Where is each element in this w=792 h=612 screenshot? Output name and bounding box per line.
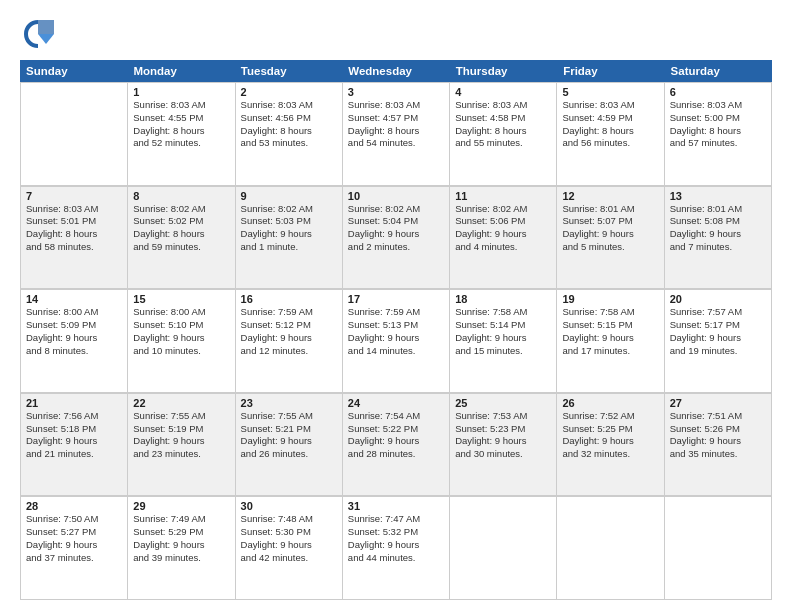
cell-info-line: Daylight: 8 hours (348, 125, 444, 138)
cell-info-line: and 59 minutes. (133, 241, 229, 254)
day-number: 2 (241, 86, 337, 98)
calendar-cell: 17Sunrise: 7:59 AMSunset: 5:13 PMDayligh… (343, 290, 450, 393)
header (20, 16, 772, 52)
calendar-cell: 21Sunrise: 7:56 AMSunset: 5:18 PMDayligh… (21, 394, 128, 497)
cell-info-line: and 52 minutes. (133, 137, 229, 150)
cell-info-line: Sunset: 4:57 PM (348, 112, 444, 125)
cell-info-line: and 4 minutes. (455, 241, 551, 254)
day-number: 19 (562, 293, 658, 305)
cell-info-line: Daylight: 9 hours (348, 332, 444, 345)
cell-info-line: Daylight: 9 hours (133, 539, 229, 552)
calendar-header-cell: Thursday (450, 60, 557, 82)
calendar-cell: 18Sunrise: 7:58 AMSunset: 5:14 PMDayligh… (450, 290, 557, 393)
cell-info-line: Daylight: 9 hours (670, 228, 766, 241)
cell-info-line: and 32 minutes. (562, 448, 658, 461)
cell-info-line: and 1 minute. (241, 241, 337, 254)
cell-info-line: and 5 minutes. (562, 241, 658, 254)
cell-info-line: Daylight: 9 hours (455, 332, 551, 345)
cell-info-line: Sunrise: 8:00 AM (26, 306, 122, 319)
calendar-cell: 26Sunrise: 7:52 AMSunset: 5:25 PMDayligh… (557, 394, 664, 497)
calendar-cell: 10Sunrise: 8:02 AMSunset: 5:04 PMDayligh… (343, 187, 450, 290)
cell-info-line: Sunset: 5:02 PM (133, 215, 229, 228)
day-number: 12 (562, 190, 658, 202)
cell-info-line: and 15 minutes. (455, 345, 551, 358)
cell-info-line: Sunrise: 7:56 AM (26, 410, 122, 423)
cell-info-line: Sunset: 5:15 PM (562, 319, 658, 332)
cell-info-line: Sunset: 4:56 PM (241, 112, 337, 125)
cell-info-line: Sunrise: 8:02 AM (348, 203, 444, 216)
cell-info-line: Daylight: 9 hours (670, 332, 766, 345)
cell-info-line: Sunrise: 7:59 AM (241, 306, 337, 319)
cell-info-line: and 56 minutes. (562, 137, 658, 150)
day-number: 29 (133, 500, 229, 512)
cell-info-line: Sunrise: 8:02 AM (241, 203, 337, 216)
cell-info-line: Daylight: 8 hours (241, 125, 337, 138)
cell-info-line: Sunset: 5:23 PM (455, 423, 551, 436)
cell-info-line: and 14 minutes. (348, 345, 444, 358)
cell-info-line: and 10 minutes. (133, 345, 229, 358)
day-number: 4 (455, 86, 551, 98)
day-number: 30 (241, 500, 337, 512)
calendar-cell: 29Sunrise: 7:49 AMSunset: 5:29 PMDayligh… (128, 497, 235, 600)
cell-info-line: and 57 minutes. (670, 137, 766, 150)
calendar-cell: 5Sunrise: 8:03 AMSunset: 4:59 PMDaylight… (557, 83, 664, 186)
cell-info-line: and 21 minutes. (26, 448, 122, 461)
day-number: 14 (26, 293, 122, 305)
calendar-cell: 12Sunrise: 8:01 AMSunset: 5:07 PMDayligh… (557, 187, 664, 290)
cell-info-line: and 54 minutes. (348, 137, 444, 150)
cell-info-line: Sunset: 5:25 PM (562, 423, 658, 436)
calendar-cell: 23Sunrise: 7:55 AMSunset: 5:21 PMDayligh… (236, 394, 343, 497)
day-number: 24 (348, 397, 444, 409)
cell-info-line: Daylight: 9 hours (562, 435, 658, 448)
cell-info-line: and 8 minutes. (26, 345, 122, 358)
cell-info-line: and 53 minutes. (241, 137, 337, 150)
cell-info-line: Sunset: 5:29 PM (133, 526, 229, 539)
cell-info-line: Sunset: 5:06 PM (455, 215, 551, 228)
day-number: 9 (241, 190, 337, 202)
day-number: 18 (455, 293, 551, 305)
calendar-cell: 14Sunrise: 8:00 AMSunset: 5:09 PMDayligh… (21, 290, 128, 393)
calendar-cell: 13Sunrise: 8:01 AMSunset: 5:08 PMDayligh… (665, 187, 772, 290)
cell-info-line: and 17 minutes. (562, 345, 658, 358)
cell-info-line: Sunset: 5:04 PM (348, 215, 444, 228)
cell-info-line: Daylight: 9 hours (348, 435, 444, 448)
cell-info-line: Sunrise: 8:03 AM (26, 203, 122, 216)
day-number: 20 (670, 293, 766, 305)
calendar-cell: 31Sunrise: 7:47 AMSunset: 5:32 PMDayligh… (343, 497, 450, 600)
calendar-header-cell: Wednesday (342, 60, 449, 82)
day-number: 1 (133, 86, 229, 98)
cell-info-line: Daylight: 9 hours (241, 228, 337, 241)
cell-info-line: Sunset: 4:58 PM (455, 112, 551, 125)
cell-info-line: Sunset: 5:22 PM (348, 423, 444, 436)
cell-info-line: Sunrise: 8:03 AM (562, 99, 658, 112)
cell-info-line: Sunrise: 8:01 AM (670, 203, 766, 216)
cell-info-line: Sunrise: 7:47 AM (348, 513, 444, 526)
calendar-cell (450, 497, 557, 600)
calendar-cell: 25Sunrise: 7:53 AMSunset: 5:23 PMDayligh… (450, 394, 557, 497)
cell-info-line: Sunset: 5:27 PM (26, 526, 122, 539)
cell-info-line: Sunrise: 8:00 AM (133, 306, 229, 319)
calendar-cell: 8Sunrise: 8:02 AMSunset: 5:02 PMDaylight… (128, 187, 235, 290)
logo (20, 16, 62, 52)
cell-info-line: Sunset: 5:03 PM (241, 215, 337, 228)
cell-info-line: Sunset: 5:30 PM (241, 526, 337, 539)
calendar-cell: 24Sunrise: 7:54 AMSunset: 5:22 PMDayligh… (343, 394, 450, 497)
calendar-cell: 30Sunrise: 7:48 AMSunset: 5:30 PMDayligh… (236, 497, 343, 600)
cell-info-line: Daylight: 9 hours (133, 435, 229, 448)
cell-info-line: Sunrise: 7:58 AM (562, 306, 658, 319)
cell-info-line: Daylight: 8 hours (670, 125, 766, 138)
calendar-cell: 6Sunrise: 8:03 AMSunset: 5:00 PMDaylight… (665, 83, 772, 186)
cell-info-line: and 23 minutes. (133, 448, 229, 461)
calendar-body: 1Sunrise: 8:03 AMSunset: 4:55 PMDaylight… (20, 82, 772, 600)
cell-info-line: and 12 minutes. (241, 345, 337, 358)
cell-info-line: Sunrise: 8:02 AM (133, 203, 229, 216)
calendar-header-cell: Saturday (665, 60, 772, 82)
day-number: 23 (241, 397, 337, 409)
cell-info-line: and 19 minutes. (670, 345, 766, 358)
calendar-cell: 11Sunrise: 8:02 AMSunset: 5:06 PMDayligh… (450, 187, 557, 290)
cell-info-line: Sunset: 5:17 PM (670, 319, 766, 332)
cell-info-line: Daylight: 9 hours (133, 332, 229, 345)
cell-info-line: Sunrise: 7:49 AM (133, 513, 229, 526)
day-number: 3 (348, 86, 444, 98)
cell-info-line: Daylight: 9 hours (455, 228, 551, 241)
